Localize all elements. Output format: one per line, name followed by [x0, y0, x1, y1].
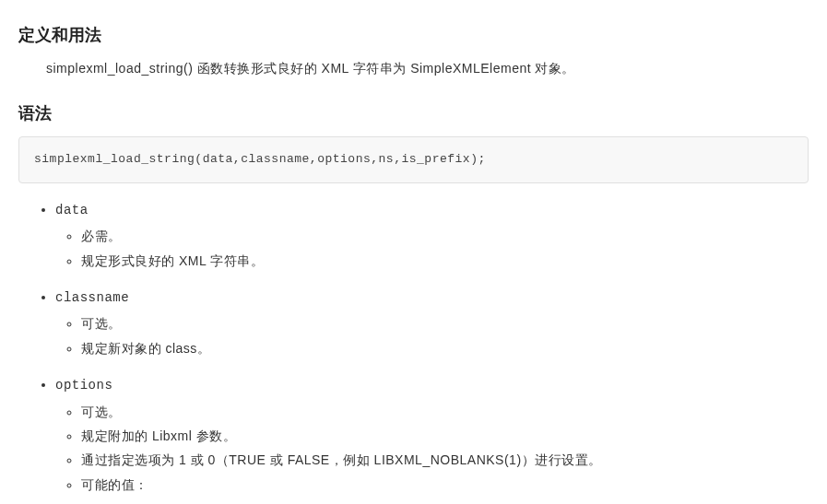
param-sublist: 可选。 规定新对象的 class。: [55, 313, 809, 358]
description-text: simplexml_load_string() 函数转换形式良好的 XML 字符…: [46, 58, 809, 78]
param-detail: 规定形式良好的 XML 字符串。: [81, 251, 809, 271]
param-sublist: 可选。 规定附加的 Libxml 参数。 通过指定选项为 1 或 0（TRUE …: [55, 402, 809, 496]
param-detail: 必需。: [81, 226, 809, 246]
param-detail: 可选。: [81, 313, 809, 334]
heading-definition-usage: 定义和用法: [18, 22, 809, 49]
param-item: classname 可选。 规定新对象的 class。: [55, 287, 809, 358]
param-detail: 规定附加的 Libxml 参数。: [81, 426, 809, 446]
param-item: options 可选。 规定附加的 Libxml 参数。 通过指定选项为 1 或…: [55, 375, 809, 495]
param-item: data 必需。 规定形式良好的 XML 字符串。: [55, 200, 809, 271]
param-name: options: [55, 378, 112, 393]
param-name: data: [55, 203, 89, 217]
parameter-list: data 必需。 规定形式良好的 XML 字符串。 classname 可选。 …: [18, 200, 809, 495]
param-detail: 可能的值：: [81, 475, 809, 495]
heading-syntax: 语法: [18, 100, 809, 127]
param-detail: 规定新对象的 class。: [81, 338, 809, 358]
param-detail: 可选。: [81, 402, 809, 422]
param-detail: 通过指定选项为 1 或 0（TRUE 或 FALSE，例如 LIBXML_NOB…: [81, 450, 809, 470]
param-sublist: 必需。 规定形式良好的 XML 字符串。: [55, 226, 809, 271]
syntax-code-block: simplexml_load_string(data,classname,opt…: [18, 136, 809, 183]
param-name: classname: [55, 290, 129, 305]
